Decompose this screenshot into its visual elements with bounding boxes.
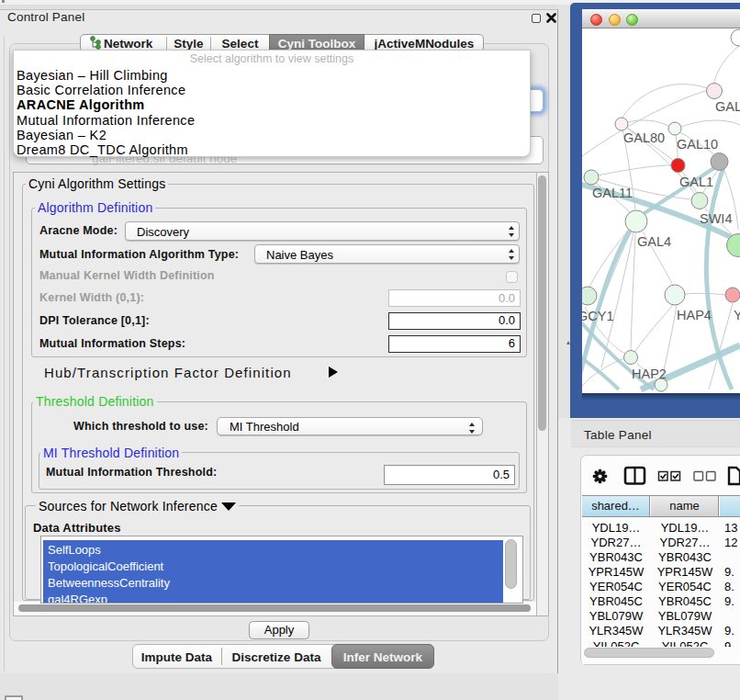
svg-text:GAL2: GAL2 bbox=[715, 99, 740, 114]
svg-text:SWI4: SWI4 bbox=[700, 211, 732, 226]
svg-text:GAL11: GAL11 bbox=[592, 186, 633, 200]
svg-text:GAL80: GAL80 bbox=[623, 130, 665, 145]
svg-text:GAL4: GAL4 bbox=[637, 234, 671, 249]
svg-text:GAL10: GAL10 bbox=[677, 137, 718, 152]
svg-text:HAP2: HAP2 bbox=[632, 367, 667, 381]
svg-text:GAL1: GAL1 bbox=[679, 175, 713, 189]
svg-text:YM: YM bbox=[734, 308, 740, 322]
svg-text:HAP4: HAP4 bbox=[677, 308, 712, 322]
svg-text:GCY1: GCY1 bbox=[582, 309, 614, 323]
